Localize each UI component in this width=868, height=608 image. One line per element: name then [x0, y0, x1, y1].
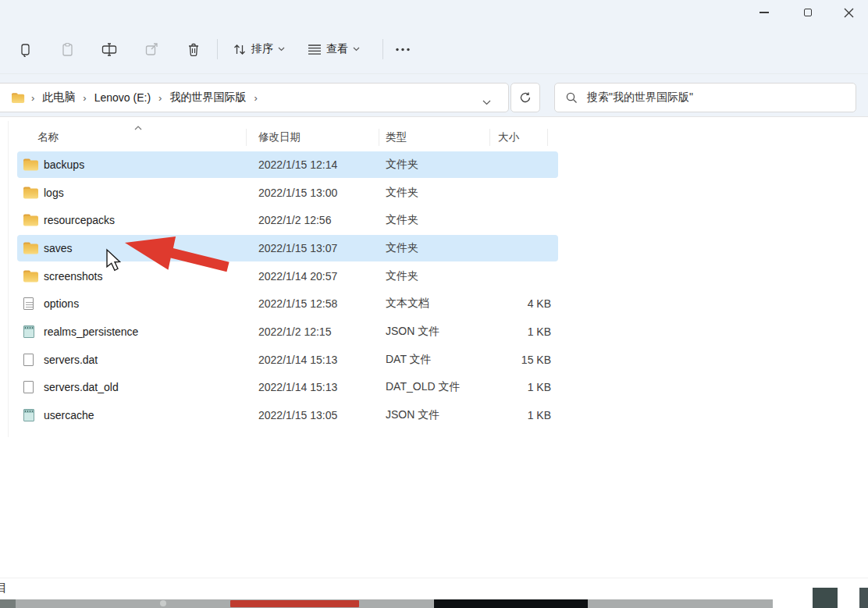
delete-button[interactable]: [180, 34, 208, 64]
status-bar: 目: [0, 578, 868, 599]
more-icon: [395, 48, 411, 52]
maximize-button[interactable]: [795, 3, 821, 22]
file-size: 1 KB: [482, 381, 551, 393]
breadcrumb-item-this-pc[interactable]: 此电脑: [39, 91, 78, 105]
breadcrumb-separator: ›: [27, 92, 39, 104]
table-row[interactable]: options 2022/1/15 12:58 文本文档 4 KB: [0, 290, 868, 318]
view-icon: [308, 44, 322, 55]
file-name: screenshots: [44, 270, 102, 283]
search-placeholder: 搜索"我的世界国际版": [587, 91, 693, 105]
dat-file-icon: [23, 354, 34, 366]
file-list: backups 2022/1/15 12:14 文件夹 logs 2022/1/…: [0, 151, 868, 429]
table-row[interactable]: saves 2022/1/15 13:07 文件夹: [0, 234, 868, 262]
file-date: 2022/1/15 12:14: [258, 158, 337, 171]
dat-file-icon: [23, 381, 34, 393]
view-button[interactable]: 查看: [301, 34, 366, 64]
copy-icon: [18, 42, 33, 57]
strip-segment: [588, 599, 773, 608]
file-type: 文本文档: [386, 297, 429, 311]
thumbnail-block: [813, 588, 838, 608]
strip-segment: [0, 599, 16, 608]
file-explorer-window: 排序 查看 › 此电脑 › Lenovo (E:) › 我的世界国际版: [0, 0, 868, 608]
table-row[interactable]: backups 2022/1/15 12:14 文件夹: [0, 151, 868, 179]
table-row[interactable]: screenshots 2022/1/14 20:57 文件夹: [0, 262, 868, 290]
folder-icon: [23, 158, 38, 170]
breadcrumb-item-folder[interactable]: 我的世界国际版: [166, 91, 249, 105]
chevron-down-icon: [278, 47, 285, 52]
file-type: 文件夹: [386, 186, 418, 200]
paste-button[interactable]: [53, 34, 81, 64]
file-name: servers.dat: [44, 354, 98, 366]
file-type: DAT 文件: [386, 353, 432, 367]
file-name: resourcepacks: [44, 214, 115, 226]
file-type: 文件夹: [386, 241, 418, 255]
search-input[interactable]: 搜索"我的世界国际版": [554, 83, 856, 112]
refresh-button[interactable]: [510, 83, 540, 112]
strip-segment: [16, 599, 434, 608]
folder-icon: [23, 187, 38, 198]
file-size: 15 KB: [482, 354, 551, 366]
window-chrome: 排序 查看 › 此电脑 › Lenovo (E:) › 我的世界国际版: [0, 0, 868, 117]
address-row: › 此电脑 › Lenovo (E:) › 我的世界国际版 › 搜索"我的世界国…: [0, 73, 868, 117]
table-row[interactable]: servers.dat_old 2022/1/14 15:13 DAT_OLD …: [0, 374, 868, 402]
table-row[interactable]: realms_persistence 2022/1/2 12:15 JSON 文…: [0, 318, 868, 346]
table-row[interactable]: logs 2022/1/15 13:00 文件夹: [0, 179, 868, 207]
thumbnail-block: [859, 588, 868, 608]
file-date: 2022/1/14 20:57: [258, 270, 337, 283]
paste-icon: [60, 42, 75, 57]
text-file-icon: [23, 297, 34, 310]
minimize-button[interactable]: [751, 3, 777, 22]
close-button[interactable]: [835, 3, 862, 22]
chevron-down-icon: [353, 47, 360, 52]
sort-icon: [233, 43, 247, 56]
sort-label: 排序: [251, 42, 273, 56]
maximize-icon: [804, 9, 812, 16]
file-date: 2022/1/14 15:13: [258, 354, 337, 366]
column-header-size[interactable]: 大小: [498, 130, 519, 144]
file-date: 2022/1/14 15:13: [258, 381, 337, 393]
column-header-date[interactable]: 修改日期: [258, 130, 301, 144]
chevron-down-icon: [482, 100, 491, 105]
file-size: 1 KB: [482, 325, 551, 338]
copy-button[interactable]: [11, 34, 39, 64]
file-size: 4 KB: [482, 297, 551, 310]
rename-icon: [101, 42, 117, 57]
file-name: usercache: [44, 409, 94, 421]
rename-button[interactable]: [95, 34, 123, 64]
folder-icon: [23, 270, 38, 282]
more-button[interactable]: [389, 34, 417, 64]
file-date: 2022/1/15 13:00: [258, 187, 337, 199]
file-type: DAT_OLD 文件: [386, 380, 460, 394]
titlebar[interactable]: [0, 0, 868, 23]
player-red-button: [230, 600, 359, 607]
file-type: 文件夹: [386, 213, 418, 227]
sort-button[interactable]: 排序: [226, 34, 291, 64]
strip-segment: [434, 599, 588, 608]
breadcrumb-separator: ›: [78, 92, 91, 104]
share-icon: [144, 42, 159, 57]
breadcrumb-separator: ›: [249, 92, 261, 104]
file-size: 1 KB: [482, 409, 551, 421]
toolbar-separator: [217, 39, 218, 59]
file-type: JSON 文件: [386, 325, 439, 339]
column-header-type[interactable]: 类型: [386, 130, 407, 144]
video-player-strip: [0, 599, 868, 608]
toolbar: 排序 查看: [0, 25, 868, 73]
refresh-icon: [519, 91, 532, 104]
table-row[interactable]: resourcepacks 2022/1/2 12:56 文件夹: [0, 206, 868, 234]
table-row[interactable]: usercache 2022/1/15 13:05 JSON 文件 1 KB: [0, 401, 868, 429]
json-file-icon: [23, 325, 34, 338]
share-button[interactable]: [137, 34, 165, 64]
folder-icon: [23, 215, 38, 226]
table-row[interactable]: servers.dat 2022/1/14 15:13 DAT 文件 15 KB: [0, 346, 868, 374]
column-separator[interactable]: [489, 129, 490, 146]
column-separator[interactable]: [246, 129, 247, 146]
file-name: backups: [44, 158, 84, 171]
column-separator[interactable]: [547, 129, 548, 146]
address-bar[interactable]: › 此电脑 › Lenovo (E:) › 我的世界国际版 ›: [0, 83, 509, 112]
column-header-name[interactable]: 名称: [37, 130, 59, 144]
column-headers: 名称 修改日期 类型 大小: [0, 124, 868, 151]
column-separator[interactable]: [379, 129, 379, 146]
address-dropdown-button[interactable]: [482, 94, 491, 108]
breadcrumb-item-drive[interactable]: Lenovo (E:): [91, 91, 154, 104]
